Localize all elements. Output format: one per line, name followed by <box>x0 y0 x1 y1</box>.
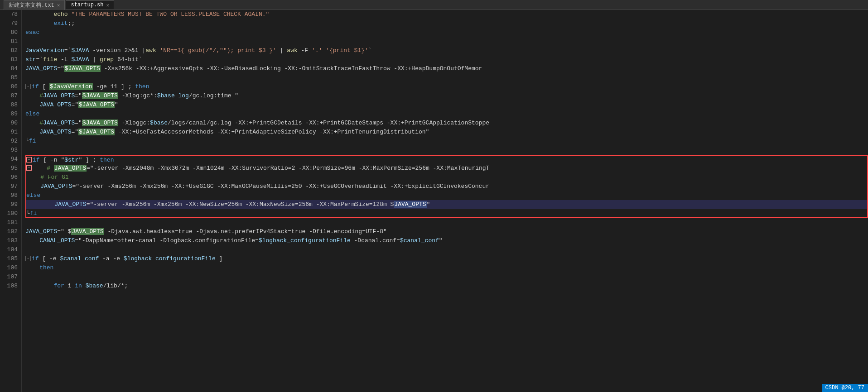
line-num-94: 94 <box>0 155 18 164</box>
line-num-81: 81 <box>0 37 18 46</box>
line-num-107: 107 <box>0 272 18 282</box>
status-text: CSDN @20, 77 <box>825 385 864 391</box>
code-line-80: esac <box>25 28 868 37</box>
fold-icon-95[interactable]: - <box>26 165 32 171</box>
line-num-78: 78 <box>0 10 18 19</box>
line-num-106: 106 <box>0 263 18 272</box>
line-numbers: 78 79 80 81 82 83 84 85 86 87 88 89 90 9… <box>0 10 22 392</box>
tab-sh-label: startup.sh <box>71 2 103 8</box>
code-area[interactable]: echo "THE PARAMETERS MUST BE TWO OR LESS… <box>22 10 868 392</box>
tab-txt[interactable]: 新建文本文档.txt ✕ <box>4 0 65 10</box>
line-num-89: 89 <box>0 110 18 119</box>
code-line-85 <box>25 73 868 82</box>
line-num-79: 79 <box>0 19 18 28</box>
fold-icon-105[interactable]: - <box>25 256 31 261</box>
code-line-91: JAVA_OPTS="$JAVA_OPTS -XX:+UseFastAccess… <box>25 128 868 137</box>
line-num-102: 102 <box>0 227 18 236</box>
line-num-84: 84 <box>0 64 18 73</box>
code-line-94: -if [ -n "$str" ] ; then <box>25 155 868 164</box>
line-num-101: 101 <box>0 218 18 227</box>
code-line-108: for i in $base/lib/*; <box>25 282 868 291</box>
code-line-87: #JAVA_OPTS="$JAVA_OPTS -Xlog:gc*:$base_l… <box>25 91 868 100</box>
code-line-93 <box>25 146 868 155</box>
line-num-91: 91 <box>0 128 18 137</box>
line-num-80: 80 <box>0 28 18 37</box>
code-line-92: └fi <box>25 137 868 146</box>
line-num-108: 108 <box>0 282 18 291</box>
code-line-88: JAVA_OPTS="$JAVA_OPTS" <box>25 100 868 110</box>
tab-txt-close[interactable]: ✕ <box>57 2 60 8</box>
code-line-101 <box>25 218 868 227</box>
code-line-81 <box>25 37 868 46</box>
title-bar: 新建文本文档.txt ✕ startup.sh ✕ <box>0 0 868 10</box>
line-num-87: 87 <box>0 91 18 100</box>
line-num-93: 93 <box>0 146 18 155</box>
editor-container: 78 79 80 81 82 83 84 85 86 87 88 89 90 9… <box>0 10 868 392</box>
code-line-90: #JAVA_OPTS="$JAVA_OPTS -Xloggc:$base/log… <box>25 119 868 128</box>
line-num-105: 105 <box>0 254 18 263</box>
tab-sh[interactable]: startup.sh ✕ <box>66 0 114 9</box>
code-line-103: CANAL_OPTS="-DappName=otter-canal -Dlogb… <box>25 236 868 245</box>
code-line-86: -if [ $JavaVersion -ge 11 ] ; then <box>25 82 868 91</box>
line-num-82: 82 <box>0 46 18 55</box>
line-num-88: 88 <box>0 100 18 110</box>
code-line-100: └fi <box>25 209 868 218</box>
code-line-78: echo "THE PARAMETERS MUST BE TWO OR LESS… <box>25 10 868 19</box>
line-num-97: 97 <box>0 182 18 191</box>
code-line-79: exit;; <box>25 19 868 28</box>
code-line-99: JAVA_OPTS="-server -Xms256m -Xmx256m -XX… <box>25 200 868 209</box>
line-num-83: 83 <box>0 55 18 64</box>
code-line-96: # For G1 <box>25 173 868 182</box>
code-line-98: else <box>25 191 868 200</box>
line-num-103: 103 <box>0 236 18 245</box>
tab-txt-label: 新建文本文档.txt <box>9 1 54 9</box>
code-line-97: JAVA_OPTS="-server -Xms256m -Xmx256m -XX… <box>25 182 868 191</box>
fold-icon-94[interactable]: - <box>26 157 32 163</box>
line-num-96: 96 <box>0 173 18 182</box>
line-num-92: 92 <box>0 137 18 146</box>
line-num-99: 99 <box>0 200 18 209</box>
line-num-86: 86 <box>0 82 18 91</box>
code-line-102: JAVA_OPTS=" $JAVA_OPTS -Djava.awt.headle… <box>25 227 868 236</box>
tab-sh-close[interactable]: ✕ <box>106 2 109 8</box>
code-line-106: then <box>25 263 868 272</box>
code-line-82: JavaVersion=`$JAVA -version 2>&1 |awk 'N… <box>25 46 868 55</box>
line-num-100: 100 <box>0 209 18 218</box>
status-bar: CSDN @20, 77 <box>822 384 868 392</box>
code-line-83: str=`file -L $JAVA | grep 64-bit` <box>25 55 868 64</box>
code-line-104 <box>25 245 868 254</box>
line-num-85: 85 <box>0 73 18 82</box>
code-line-105: -if [ -e $canal_conf -a -e $logback_conf… <box>25 254 868 263</box>
line-num-104: 104 <box>0 245 18 254</box>
code-line-89: else <box>25 110 868 119</box>
line-num-90: 90 <box>0 119 18 128</box>
code-line-107 <box>25 272 868 282</box>
line-num-95: 95 <box>0 164 18 173</box>
fold-icon-86[interactable]: - <box>25 84 31 89</box>
line-num-98: 98 <box>0 191 18 200</box>
code-line-84: JAVA_OPTS="$JAVA_OPTS -Xss256k -XX:+Aggr… <box>25 64 868 73</box>
code-line-95: - # JAVA_OPTS="-server -Xms2048m -Xmx307… <box>25 164 868 173</box>
